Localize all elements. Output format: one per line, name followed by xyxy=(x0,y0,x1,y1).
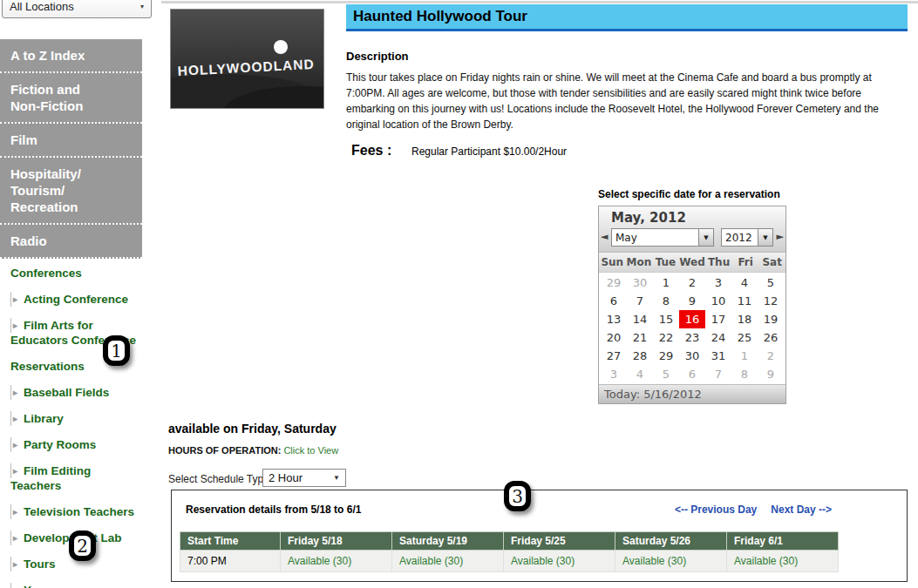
calendar-prev-month-icon[interactable]: ◄ xyxy=(601,231,608,242)
availability-cell[interactable]: Available (30) xyxy=(281,551,392,572)
schedule-type-select[interactable]: 2 Hour ▼ xyxy=(262,469,346,487)
expand-arrow-icon[interactable]: ▸ xyxy=(10,463,24,478)
calendar-day[interactable]: 30 xyxy=(627,274,653,292)
schedule-table: Start TimeFriday 5/18Saturday 5/19Friday… xyxy=(180,531,839,572)
sidebar-menu-item[interactable]: Film xyxy=(0,124,142,158)
expand-arrow-icon[interactable]: ▸ xyxy=(10,292,24,307)
calendar-day[interactable]: 18 xyxy=(731,310,758,328)
sidebar-menu-item[interactable]: A to Z Index xyxy=(0,39,142,73)
calendar-weekday-label: Sat xyxy=(758,253,785,272)
calendar: May, 2012 ◄ ► May ▼ 2012 ▼ SunMonTueWedT… xyxy=(598,206,786,404)
calendar-day[interactable]: 4 xyxy=(731,274,758,292)
expand-arrow-icon[interactable]: ▸ xyxy=(10,531,24,545)
schedule-column-header: Friday 6/1 xyxy=(727,532,839,551)
calendar-day[interactable]: 5 xyxy=(653,365,679,383)
calendar-day-selected[interactable]: 16 xyxy=(679,310,705,328)
sidebar-menu: A to Z IndexFiction and Non-FictionFilmH… xyxy=(0,39,142,259)
calendar-day[interactable]: 14 xyxy=(627,310,653,328)
calendar-day[interactable]: 15 xyxy=(653,310,679,328)
calendar-day[interactable]: 12 xyxy=(758,292,784,310)
expand-arrow-icon[interactable]: ▸ xyxy=(10,504,24,519)
fees-value: Regular Participant $10.00/2Hour xyxy=(411,145,567,158)
previous-day-link[interactable]: <-- Previous Day xyxy=(675,504,757,516)
annotation-badge-1: 1 xyxy=(103,335,130,366)
sidebar-link[interactable]: ▸Television Teachers xyxy=(10,504,142,519)
locations-select[interactable]: All Locations ▾ xyxy=(2,0,152,18)
calendar-day[interactable]: 2 xyxy=(679,274,705,292)
calendar-day[interactable]: 27 xyxy=(601,347,627,365)
calendar-weekday-label: Sun xyxy=(599,253,626,272)
calendar-day[interactable]: 29 xyxy=(601,274,627,292)
availability-cell[interactable]: Available (30) xyxy=(727,551,839,572)
calendar-day[interactable]: 29 xyxy=(653,347,679,365)
calendar-weekday-label: Fri xyxy=(732,253,759,272)
calendar-day[interactable]: 8 xyxy=(653,292,679,310)
calendar-day[interactable]: 30 xyxy=(679,347,705,365)
sidebar-link[interactable]: ▸Baseball Fields xyxy=(10,385,142,400)
calendar-day[interactable]: 22 xyxy=(653,328,679,347)
availability-cell[interactable]: Available (30) xyxy=(392,551,504,572)
chevron-down-icon: ▼ xyxy=(698,229,713,246)
calendar-day[interactable]: 6 xyxy=(601,292,627,310)
annotation-badge-3: 3 xyxy=(504,481,531,511)
sidebar-link[interactable]: ▸Acting Conference xyxy=(10,292,142,307)
calendar-day[interactable]: 5 xyxy=(758,274,784,292)
calendar-day[interactable]: 20 xyxy=(601,328,627,347)
calendar-day[interactable]: 9 xyxy=(679,292,705,310)
hours-click-to-view-link[interactable]: Click to View xyxy=(283,445,338,456)
sidebar-link[interactable]: ▸Party Rooms xyxy=(10,437,142,452)
expand-arrow-icon[interactable]: ▸ xyxy=(10,437,24,452)
calendar-day[interactable]: 6 xyxy=(679,365,705,383)
calendar-day[interactable]: 31 xyxy=(705,347,731,365)
calendar-weekday-label: Tue xyxy=(652,253,679,272)
availability-cell[interactable]: Available (30) xyxy=(615,551,727,572)
calendar-day[interactable]: 4 xyxy=(627,365,653,383)
calendar-day[interactable]: 3 xyxy=(705,274,731,292)
expand-arrow-icon[interactable]: ▸ xyxy=(10,411,24,426)
expand-arrow-icon[interactable]: ▸ xyxy=(10,385,24,400)
calendar-day[interactable]: 21 xyxy=(627,328,653,347)
calendar-day[interactable]: 3 xyxy=(601,365,627,383)
page-title: Haunted Hollywood Tour xyxy=(346,4,908,31)
calendar-day[interactable]: 10 xyxy=(705,292,731,310)
expand-arrow-icon[interactable]: ▸ xyxy=(10,583,24,588)
next-day-link[interactable]: Next Day --> xyxy=(771,504,832,516)
chevron-down-icon: ▼ xyxy=(758,229,772,246)
calendar-day[interactable]: 13 xyxy=(601,310,627,328)
schedule-column-header: Saturday 5/19 xyxy=(392,532,504,551)
calendar-day[interactable]: 24 xyxy=(705,328,731,347)
schedule-column-header: Saturday 5/26 xyxy=(615,532,727,551)
sidebar-menu-item[interactable]: Hospitality/ Tourism/ Recreation xyxy=(0,158,142,225)
calendar-day[interactable]: 17 xyxy=(705,310,731,328)
calendar-day[interactable]: 7 xyxy=(705,365,731,383)
calendar-day[interactable]: 19 xyxy=(758,310,784,328)
calendar-day[interactable]: 11 xyxy=(731,292,758,310)
start-time-cell: 7:00 PM xyxy=(180,551,281,572)
calendar-day[interactable]: 26 xyxy=(758,328,784,347)
calendar-day[interactable]: 1 xyxy=(653,274,679,292)
calendar-year-select[interactable]: 2012 ▼ xyxy=(721,228,773,247)
sidebar-link[interactable]: ▸Film Editing Teachers xyxy=(10,463,142,493)
calendar-day[interactable]: 2 xyxy=(758,347,784,365)
sidebar-link[interactable]: Conferences xyxy=(10,266,142,280)
calendar-day[interactable]: 28 xyxy=(627,347,653,365)
sidebar-menu-item[interactable]: Fiction and Non-Fiction xyxy=(0,73,142,124)
availability-cell[interactable]: Available (30) xyxy=(504,551,615,572)
calendar-day[interactable]: 25 xyxy=(731,328,758,347)
calendar-day[interactable]: 23 xyxy=(679,328,705,347)
calendar-day[interactable]: 9 xyxy=(758,365,784,383)
sidebar-menu-item[interactable]: Radio xyxy=(0,225,142,259)
calendar-next-month-icon[interactable]: ► xyxy=(777,231,784,242)
expand-arrow-icon[interactable]: ▸ xyxy=(10,557,24,571)
calendar-weekday-label: Mon xyxy=(626,253,653,272)
expand-arrow-icon[interactable]: ▸ xyxy=(10,318,24,333)
chevron-down-icon: ▾ xyxy=(140,3,144,10)
sidebar-link[interactable]: ▸Yoga xyxy=(10,583,142,588)
calendar-month-select[interactable]: May ▼ xyxy=(611,228,714,247)
sidebar-link[interactable]: ▸Library xyxy=(10,411,142,426)
calendar-today-footer[interactable]: Today: 5/16/2012 xyxy=(599,384,785,403)
calendar-day[interactable]: 1 xyxy=(731,347,758,365)
calendar-day[interactable]: 8 xyxy=(731,365,758,383)
calendar-day[interactable]: 7 xyxy=(627,292,653,310)
sidebar: A to Z IndexFiction and Non-FictionFilmH… xyxy=(0,39,142,588)
